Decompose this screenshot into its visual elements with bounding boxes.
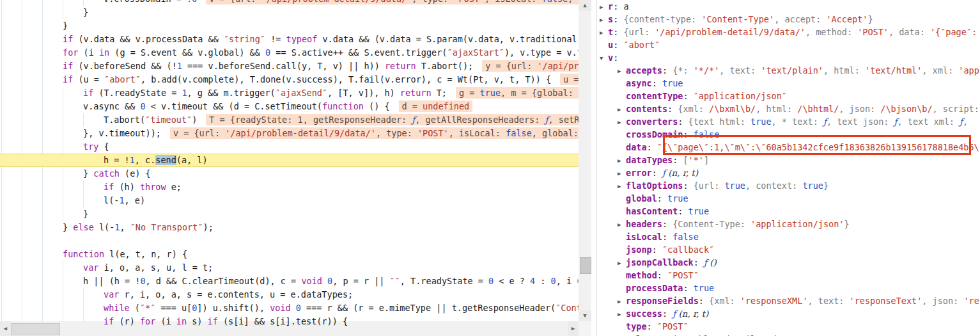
scope-row-jsonpCallback[interactable]: ▶jsonpCallback: ƒ ()	[596, 256, 980, 269]
vertical-scrollbar[interactable]: ▲ ▼	[579, 0, 591, 321]
code-line[interactable]: if (r) for (i in s) if (s[i] && s[i].tes…	[0, 315, 579, 328]
code-line[interactable]: if (h) throw e;	[0, 180, 579, 194]
expand-arrow-icon[interactable]: ▶	[618, 257, 626, 269]
scope-row-converters[interactable]: ▶converters: {text html: true, * text: ƒ…	[596, 115, 980, 128]
code-line[interactable]: var r, i, o, a, s = e.contents, u = e.da…	[0, 288, 579, 301]
code-line[interactable]: } catch (e) {	[0, 167, 579, 180]
code-line[interactable]: v.async && 0 < v.timeout && (d = C.setTi…	[0, 100, 579, 113]
expand-arrow-icon[interactable]: ▶	[618, 167, 626, 180]
scroll-up-arrow-icon[interactable]: ▲	[579, 0, 591, 11]
expand-arrow-icon[interactable]: ▶	[618, 308, 626, 321]
property-value: 'appl	[958, 65, 980, 76]
scroll-down-arrow-icon[interactable]: ▼	[579, 310, 591, 321]
code-line[interactable]: h || (h = !0, d && C.clearTimeout(d), c …	[0, 275, 579, 288]
scope-row-flatOptions[interactable]: ▶flatOptions: {url: true, context: true}	[596, 179, 980, 192]
code-line[interactable]: }, v.timeout));v = {url: '/api/problem-d…	[0, 127, 579, 140]
scope-row-r[interactable]: ▶r: a	[596, 0, 980, 13]
selected-token-send: send	[155, 155, 176, 165]
expand-arrow-icon[interactable]: ▶	[618, 103, 626, 116]
property-colon: :	[662, 232, 673, 242]
no-expand-spacer	[618, 141, 626, 154]
code-token: ″No Transport″	[130, 222, 203, 232]
property-name: global	[626, 193, 657, 204]
code-token: if	[83, 88, 93, 98]
scope-row-v[interactable]: ▼v:	[596, 51, 980, 64]
scope-row-global[interactable]: global: true	[596, 192, 980, 205]
scope-row-processData[interactable]: processData: true	[596, 282, 980, 294]
code-token: === v.beforeSend.call(y, T, v) || h))	[182, 61, 385, 71]
expand-arrow-icon[interactable]: ▶	[618, 295, 626, 308]
scope-row-success[interactable]: ▶success: ƒ (n, r, t)	[596, 307, 980, 320]
scope-row-crossDomain[interactable]: crossDomain: false	[596, 128, 980, 141]
code-line[interactable]: function l(e, t, n, r) {	[0, 248, 579, 261]
scope-row-contentType[interactable]: contentType: ″application/json″	[596, 90, 980, 102]
expand-arrow-icon[interactable]: ▶	[618, 154, 626, 167]
scope-row-t[interactable]: ▶t: {url: '/api/problem-detail/9/data/',…	[596, 26, 980, 38]
scope-row-responseFields[interactable]: ▶responseFields: {xml: 'responseXML', te…	[596, 294, 980, 307]
scope-row-jsonp[interactable]: jsonp: ″callback″	[596, 243, 980, 256]
expand-arrow-icon[interactable]: ▶	[618, 65, 626, 77]
code-token: try	[83, 141, 98, 152]
scope-row-error[interactable]: ▶error: ƒ (n, r, t)	[596, 166, 980, 179]
expand-arrow-icon[interactable]: ▶	[600, 13, 608, 26]
code-line[interactable]: if (u = ″abort″, b.add(v.complete), T.do…	[0, 73, 579, 86]
code-token: h = !	[104, 155, 130, 165]
scope-variables-pane[interactable]: ▶r: a▶s: {content-type: 'Content-Type', …	[596, 0, 980, 336]
scope-row-s[interactable]: ▶s: {content-type: 'Content-Type', accep…	[596, 13, 980, 26]
vertical-scrollbar-thumb[interactable]	[580, 257, 591, 274]
code-token: (g = S.event && v.global) &&	[109, 47, 265, 58]
property-colon: :	[657, 193, 667, 204]
code-line[interactable]: }	[0, 207, 579, 221]
expand-arrow-icon[interactable]: ▶	[618, 180, 626, 193]
code-token: ″ajaxStart″	[447, 47, 504, 58]
code-line[interactable]: try {	[0, 140, 579, 154]
expand-arrow-icon[interactable]: ▶	[600, 26, 608, 39]
code-token: if	[63, 34, 73, 44]
code-line[interactable]: v.crossDomain = !0v = {url: '/api/proble…	[0, 0, 579, 6]
scope-row-url[interactable]: url: ″/api/problem-detail/9/data/″	[596, 333, 980, 336]
annotation-token: , global:	[532, 128, 579, 138]
collapse-arrow-icon[interactable]: ▼	[600, 52, 608, 65]
code-line[interactable]: if (T.readyState = 1, g && m.trigger(″aj…	[0, 86, 579, 100]
property-value: 'application/json'	[751, 219, 844, 229]
property-name: hasContent	[626, 206, 678, 216]
expand-arrow-icon[interactable]: ▶	[618, 218, 626, 231]
scope-row-async[interactable]: async: true	[596, 77, 980, 90]
scope-row-dataTypes[interactable]: ▶dataTypes: ['*']	[596, 154, 980, 166]
scope-row-hasContent[interactable]: hasContent: true	[596, 205, 980, 218]
code-line[interactable]: }	[0, 6, 579, 19]
code-line[interactable]: while (″*″ === u[0]) u.shift(), void 0 =…	[0, 301, 579, 315]
devtools-window: v.crossDomain = !0v = {url: '/api/proble…	[0, 0, 980, 336]
scope-row-type[interactable]: type: ″POST″	[596, 320, 980, 333]
expand-arrow-icon[interactable]: ▶	[600, 1, 608, 13]
code-line[interactable]: if (v.beforeSend && (!1 === v.beforeSend…	[0, 60, 579, 73]
code-token: , T.readyState =	[400, 276, 488, 286]
scope-row-isLocal[interactable]: isLocal: false	[596, 230, 980, 243]
code-line[interactable]: T.abort(″timeout″)T = {readyState: 1, ge…	[0, 113, 579, 127]
inline-value-annotation: v = {url: '/api/problem-detail/9/data/',…	[206, 0, 579, 4]
scope-row-u[interactable]: u: ″abort″	[596, 38, 980, 51]
code-line[interactable]: l(-1, e)	[0, 194, 579, 207]
code-line[interactable]: for (i in (g = S.event && v.global) && 0…	[0, 46, 579, 60]
property-name: contentType	[626, 91, 683, 101]
scope-row-accepts[interactable]: ▶accepts: {*: '*/*', text: 'text/plain',…	[596, 64, 980, 77]
scope-row-contents[interactable]: ▶contents: {xml: /\bxml\b/, html: /\bhtm…	[596, 102, 980, 115]
scope-row-headers[interactable]: ▶headers: {Content-Type: 'application/js…	[596, 218, 980, 230]
annotation-token: , isLocal:	[449, 128, 506, 138]
property-value: 'Content-Type'	[701, 14, 774, 24]
code-line[interactable]: }	[0, 19, 579, 33]
inline-value-annotation: u = ″	[560, 74, 579, 85]
inline-value-annotation: g = true, m = {global: {	[456, 87, 579, 99]
code-line[interactable]: if (v.data && v.processData && ″string″ …	[0, 33, 579, 46]
code-line[interactable]: var i, o, a, s, u, l = t;	[0, 261, 579, 275]
scope-row-data[interactable]: data: ″{\″page\″:1,\″m\″:\″60a5b1342cfce…	[596, 141, 980, 154]
code-line[interactable]: } else l(-1, ″No Transport″);	[0, 221, 579, 234]
property-value: {xml:	[678, 104, 709, 114]
property-colon: :	[657, 270, 667, 280]
source-editor-pane[interactable]: v.crossDomain = !0v = {url: '/api/proble…	[0, 0, 579, 336]
expand-arrow-icon[interactable]: ▶	[618, 116, 626, 129]
scope-row-method[interactable]: method: ″POST″	[596, 269, 980, 282]
execution-line[interactable]: h = !1, c.send(a, l)	[0, 154, 579, 167]
code-token: void	[270, 303, 291, 313]
code-line[interactable]	[0, 234, 579, 248]
